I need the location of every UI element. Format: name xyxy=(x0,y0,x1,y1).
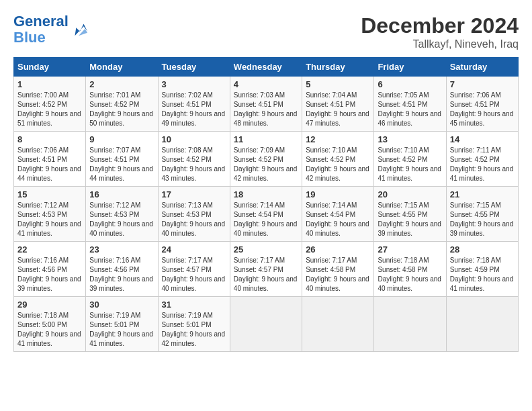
day-detail: Sunrise: 7:09 AM Sunset: 4:52 PM Dayligh… xyxy=(234,146,298,183)
day-detail: Sunrise: 7:17 AM Sunset: 4:57 PM Dayligh… xyxy=(234,256,298,293)
day-detail: Sunrise: 7:19 AM Sunset: 5:01 PM Dayligh… xyxy=(162,311,226,349)
calendar-day-cell: 25 Sunrise: 7:17 AM Sunset: 4:57 PM Dayl… xyxy=(230,242,302,297)
day-number: 20 xyxy=(378,189,442,199)
day-number: 15 xyxy=(17,189,82,199)
day-detail: Sunrise: 7:18 AM Sunset: 5:00 PM Dayligh… xyxy=(17,311,82,349)
calendar-day-cell: 13 Sunrise: 7:10 AM Sunset: 4:52 PM Dayl… xyxy=(374,132,446,187)
day-detail: Sunrise: 7:10 AM Sunset: 4:52 PM Dayligh… xyxy=(378,146,442,183)
logo-text: General Blue xyxy=(13,13,69,46)
day-number: 4 xyxy=(234,79,298,89)
calendar-day-cell: 12 Sunrise: 7:10 AM Sunset: 4:52 PM Dayl… xyxy=(302,132,374,187)
page-header: General Blue December 2024 Tallkayf, Nin… xyxy=(13,13,519,50)
day-detail: Sunrise: 7:14 AM Sunset: 4:54 PM Dayligh… xyxy=(234,201,298,238)
calendar-table: SundayMondayTuesdayWednesdayThursdayFrid… xyxy=(13,57,519,352)
day-number: 31 xyxy=(162,300,226,310)
day-number: 30 xyxy=(89,300,154,310)
day-detail: Sunrise: 7:11 AM Sunset: 4:52 PM Dayligh… xyxy=(450,146,515,183)
calendar-week-row: 8 Sunrise: 7:06 AM Sunset: 4:51 PM Dayli… xyxy=(14,132,519,187)
day-detail: Sunrise: 7:13 AM Sunset: 4:53 PM Dayligh… xyxy=(162,201,226,238)
calendar-day-cell: 21 Sunrise: 7:15 AM Sunset: 4:55 PM Dayl… xyxy=(446,187,518,242)
day-number: 26 xyxy=(306,244,370,255)
calendar-header-row: SundayMondayTuesdayWednesdayThursdayFrid… xyxy=(14,58,519,77)
calendar-day-cell: 6 Sunrise: 7:05 AM Sunset: 4:51 PM Dayli… xyxy=(374,77,446,132)
calendar-day-cell: 8 Sunrise: 7:06 AM Sunset: 4:51 PM Dayli… xyxy=(14,132,86,187)
calendar-day-cell: 18 Sunrise: 7:14 AM Sunset: 4:54 PM Dayl… xyxy=(230,187,302,242)
day-header-tuesday: Tuesday xyxy=(158,58,230,77)
day-detail: Sunrise: 7:06 AM Sunset: 4:51 PM Dayligh… xyxy=(17,146,82,183)
calendar-day-cell: 26 Sunrise: 7:17 AM Sunset: 4:58 PM Dayl… xyxy=(302,242,374,297)
day-detail: Sunrise: 7:16 AM Sunset: 4:56 PM Dayligh… xyxy=(17,256,82,293)
calendar-day-cell: 11 Sunrise: 7:09 AM Sunset: 4:52 PM Dayl… xyxy=(230,132,302,187)
day-number: 9 xyxy=(89,134,154,144)
calendar-day-cell: 10 Sunrise: 7:08 AM Sunset: 4:52 PM Dayl… xyxy=(158,132,230,187)
day-detail: Sunrise: 7:17 AM Sunset: 4:57 PM Dayligh… xyxy=(162,256,226,293)
day-detail: Sunrise: 7:01 AM Sunset: 4:52 PM Dayligh… xyxy=(89,91,154,128)
logo: General Blue xyxy=(13,13,89,46)
day-detail: Sunrise: 7:14 AM Sunset: 4:54 PM Dayligh… xyxy=(306,201,370,238)
day-detail: Sunrise: 7:10 AM Sunset: 4:52 PM Dayligh… xyxy=(306,146,370,183)
calendar-day-cell: 15 Sunrise: 7:12 AM Sunset: 4:53 PM Dayl… xyxy=(14,187,86,242)
day-number: 11 xyxy=(234,134,298,144)
day-number: 24 xyxy=(162,244,226,255)
day-detail: Sunrise: 7:18 AM Sunset: 4:59 PM Dayligh… xyxy=(450,256,515,293)
calendar-day-cell: 30 Sunrise: 7:19 AM Sunset: 5:01 PM Dayl… xyxy=(86,297,158,352)
day-header-thursday: Thursday xyxy=(302,58,374,77)
day-number: 17 xyxy=(162,189,226,199)
day-header-monday: Monday xyxy=(86,58,158,77)
empty-cell xyxy=(374,297,446,352)
day-detail: Sunrise: 7:08 AM Sunset: 4:52 PM Dayligh… xyxy=(162,146,226,183)
empty-cell xyxy=(446,297,518,352)
svg-marker-1 xyxy=(79,29,87,36)
day-number: 7 xyxy=(450,79,515,89)
day-number: 10 xyxy=(162,134,226,144)
day-number: 1 xyxy=(17,79,82,89)
calendar-day-cell: 31 Sunrise: 7:19 AM Sunset: 5:01 PM Dayl… xyxy=(158,297,230,352)
day-number: 19 xyxy=(306,189,370,199)
day-header-wednesday: Wednesday xyxy=(230,58,302,77)
day-number: 21 xyxy=(450,189,515,199)
calendar-week-row: 1 Sunrise: 7:00 AM Sunset: 4:52 PM Dayli… xyxy=(14,77,519,132)
day-detail: Sunrise: 7:19 AM Sunset: 5:01 PM Dayligh… xyxy=(89,311,154,349)
day-number: 23 xyxy=(89,244,154,255)
day-detail: Sunrise: 7:18 AM Sunset: 4:58 PM Dayligh… xyxy=(378,256,442,293)
calendar-day-cell: 3 Sunrise: 7:02 AM Sunset: 4:51 PM Dayli… xyxy=(158,77,230,132)
day-number: 3 xyxy=(162,79,226,89)
day-number: 29 xyxy=(17,300,82,310)
calendar-day-cell: 14 Sunrise: 7:11 AM Sunset: 4:52 PM Dayl… xyxy=(446,132,518,187)
day-detail: Sunrise: 7:12 AM Sunset: 4:53 PM Dayligh… xyxy=(89,201,154,238)
empty-cell xyxy=(230,297,302,352)
calendar-week-row: 22 Sunrise: 7:16 AM Sunset: 4:56 PM Dayl… xyxy=(14,242,519,297)
day-number: 5 xyxy=(306,79,370,89)
location-title: Tallkayf, Nineveh, Iraq xyxy=(361,38,519,50)
calendar-day-cell: 16 Sunrise: 7:12 AM Sunset: 4:53 PM Dayl… xyxy=(86,187,158,242)
day-number: 14 xyxy=(450,134,515,144)
day-detail: Sunrise: 7:15 AM Sunset: 4:55 PM Dayligh… xyxy=(450,201,515,238)
calendar-day-cell: 20 Sunrise: 7:15 AM Sunset: 4:55 PM Dayl… xyxy=(374,187,446,242)
day-detail: Sunrise: 7:03 AM Sunset: 4:51 PM Dayligh… xyxy=(234,91,298,128)
day-number: 22 xyxy=(17,244,82,255)
day-number: 25 xyxy=(234,244,298,255)
day-header-saturday: Saturday xyxy=(446,58,518,77)
calendar-day-cell: 5 Sunrise: 7:04 AM Sunset: 4:51 PM Dayli… xyxy=(302,77,374,132)
day-detail: Sunrise: 7:16 AM Sunset: 4:56 PM Dayligh… xyxy=(89,256,154,293)
calendar-day-cell: 4 Sunrise: 7:03 AM Sunset: 4:51 PM Dayli… xyxy=(230,77,302,132)
calendar-day-cell: 7 Sunrise: 7:06 AM Sunset: 4:51 PM Dayli… xyxy=(446,77,518,132)
day-number: 6 xyxy=(378,79,442,89)
day-number: 13 xyxy=(378,134,442,144)
calendar-week-row: 15 Sunrise: 7:12 AM Sunset: 4:53 PM Dayl… xyxy=(14,187,519,242)
day-detail: Sunrise: 7:15 AM Sunset: 4:55 PM Dayligh… xyxy=(378,201,442,238)
calendar-day-cell: 19 Sunrise: 7:14 AM Sunset: 4:54 PM Dayl… xyxy=(302,187,374,242)
day-number: 16 xyxy=(89,189,154,199)
day-detail: Sunrise: 7:02 AM Sunset: 4:51 PM Dayligh… xyxy=(162,91,226,128)
day-detail: Sunrise: 7:04 AM Sunset: 4:51 PM Dayligh… xyxy=(306,91,370,128)
day-number: 2 xyxy=(89,79,154,89)
day-number: 18 xyxy=(234,189,298,199)
day-number: 27 xyxy=(378,244,442,255)
calendar-day-cell: 2 Sunrise: 7:01 AM Sunset: 4:52 PM Dayli… xyxy=(86,77,158,132)
logo-icon xyxy=(70,20,89,39)
calendar-day-cell: 9 Sunrise: 7:07 AM Sunset: 4:51 PM Dayli… xyxy=(86,132,158,187)
calendar-day-cell: 1 Sunrise: 7:00 AM Sunset: 4:52 PM Dayli… xyxy=(14,77,86,132)
day-header-sunday: Sunday xyxy=(14,58,86,77)
day-header-friday: Friday xyxy=(374,58,446,77)
day-number: 12 xyxy=(306,134,370,144)
